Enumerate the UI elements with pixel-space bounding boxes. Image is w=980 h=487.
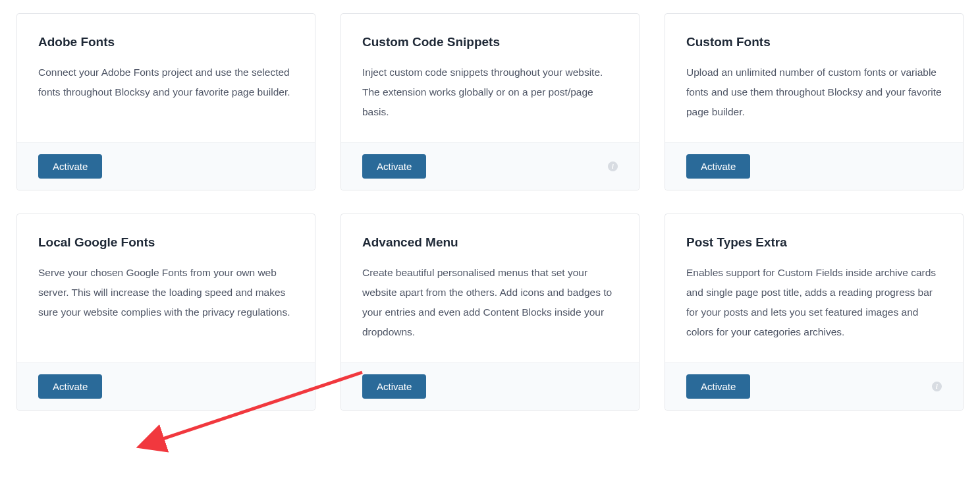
activate-button[interactable]: Activate [362, 374, 426, 399]
activate-button[interactable]: Activate [38, 374, 102, 399]
card-body: Custom Code Snippets Inject custom code … [341, 14, 639, 142]
card-footer: Activate [341, 362, 639, 410]
card-body: Custom Fonts Upload an unlimited number … [665, 14, 963, 142]
card-title: Custom Fonts [686, 35, 942, 49]
card-title: Local Google Fonts [38, 235, 294, 250]
card-body: Adobe Fonts Connect your Adobe Fonts pro… [17, 14, 315, 142]
activate-button[interactable]: Activate [686, 154, 750, 179]
card-title: Advanced Menu [362, 235, 618, 250]
activate-button[interactable]: Activate [362, 154, 426, 179]
card-local-google-fonts: Local Google Fonts Serve your chosen Goo… [16, 214, 315, 411]
card-footer: Activate [665, 142, 963, 190]
extensions-grid: Adobe Fonts Connect your Adobe Fonts pro… [16, 13, 964, 411]
card-description: Enables support for Custom Fields inside… [686, 263, 942, 343]
info-icon[interactable]: i [932, 382, 942, 391]
card-description: Create beautiful personalised menus that… [362, 263, 618, 343]
info-icon[interactable]: i [608, 161, 618, 171]
card-advanced-menu: Advanced Menu Create beautiful personali… [340, 214, 640, 411]
card-description: Serve your chosen Google Fonts from your… [38, 263, 294, 323]
card-title: Custom Code Snippets [362, 35, 618, 49]
card-description: Upload an unlimited number of custom fon… [686, 63, 942, 123]
card-title: Adobe Fonts [38, 35, 294, 49]
card-description: Connect your Adobe Fonts project and use… [38, 63, 294, 102]
card-footer: Activate [17, 362, 315, 410]
card-custom-fonts: Custom Fonts Upload an unlimited number … [665, 13, 964, 190]
activate-button[interactable]: Activate [686, 374, 750, 399]
card-body: Post Types Extra Enables support for Cus… [665, 214, 963, 362]
card-adobe-fonts: Adobe Fonts Connect your Adobe Fonts pro… [16, 13, 315, 190]
activate-button[interactable]: Activate [38, 154, 102, 179]
card-footer: Activate i [341, 142, 639, 190]
card-post-types-extra: Post Types Extra Enables support for Cus… [665, 214, 964, 411]
card-body: Advanced Menu Create beautiful personali… [341, 214, 639, 362]
card-custom-code-snippets: Custom Code Snippets Inject custom code … [340, 13, 640, 190]
card-description: Inject custom code snippets throughout y… [362, 63, 618, 123]
card-footer: Activate [17, 142, 315, 190]
card-body: Local Google Fonts Serve your chosen Goo… [17, 214, 315, 362]
card-footer: Activate i [665, 362, 963, 410]
card-title: Post Types Extra [686, 235, 942, 250]
